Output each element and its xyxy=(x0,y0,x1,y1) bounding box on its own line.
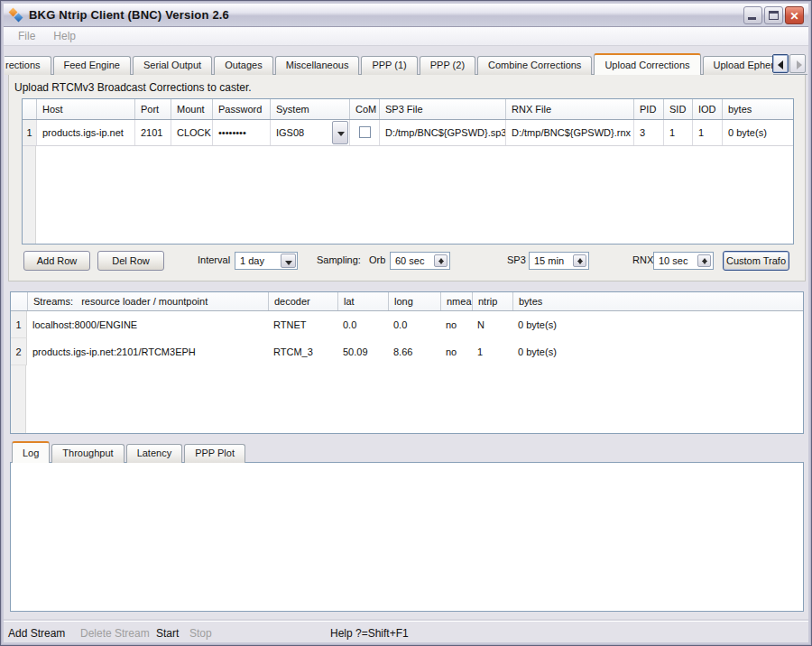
app-icon xyxy=(8,8,23,23)
long-cell[interactable]: 8.66 xyxy=(388,338,440,365)
interval-value: 1 day xyxy=(240,255,264,266)
rnx-spin-buttons[interactable] xyxy=(697,254,711,267)
rnx-file-cell[interactable]: D:/tmp/BNC${GPSWD}.rnx xyxy=(505,120,633,145)
add-row-button[interactable]: Add Row xyxy=(23,251,90,271)
rnx-spinbox[interactable]: 10 sec xyxy=(653,252,714,270)
minimize-icon xyxy=(748,17,756,20)
del-row-button[interactable]: Del Row xyxy=(97,251,164,271)
help-shortcut-label: Help ?=Shift+F1 xyxy=(330,627,409,640)
upload-table[interactable]: Host Port Mount Password System CoM SP3 … xyxy=(22,98,794,245)
menu-help[interactable]: Help xyxy=(44,28,85,44)
nmea-cell[interactable]: no xyxy=(440,338,472,365)
col-sid: SID xyxy=(663,99,692,119)
title-bar[interactable]: BKG Ntrip Client (BNC) Version 2.6 ✕ xyxy=(4,4,808,27)
stop-action[interactable]: Stop xyxy=(189,627,212,640)
sid-cell[interactable]: 1 xyxy=(663,120,692,145)
stream-row-1[interactable]: 1 localhost:8000/ENGINE RTNET 0.0 0.0 no… xyxy=(11,311,803,338)
delete-stream-action[interactable]: Delete Stream xyxy=(80,627,150,640)
col-rnx-file: RNX File xyxy=(505,99,633,119)
port-cell[interactable]: 2101 xyxy=(134,120,171,145)
long-cell[interactable]: 0.0 xyxy=(388,311,440,338)
tab-upload-corrections[interactable]: Upload Corrections xyxy=(594,53,700,75)
tab-ppp-plot[interactable]: PPP Plot xyxy=(184,444,245,463)
sampling-label: Sampling: xyxy=(317,254,361,265)
menu-file[interactable]: File xyxy=(9,28,44,44)
interval-dropdown-button[interactable] xyxy=(281,254,296,268)
orb-spinbox[interactable]: 60 sec xyxy=(390,252,450,270)
ntrip-cell[interactable]: 1 xyxy=(472,338,512,365)
close-icon: ✕ xyxy=(786,8,803,24)
sp3-value: 15 min xyxy=(534,255,564,266)
mountpoint-cell[interactable]: products.igs-ip.net:2101/RTCM3EPH xyxy=(27,338,268,365)
decoder-cell[interactable]: RTNET xyxy=(268,311,337,338)
upload-table-header: Host Port Mount Password System CoM SP3 … xyxy=(23,99,793,120)
host-cell[interactable]: products.igs-ip.net xyxy=(36,120,134,145)
tab-combine-corrections[interactable]: Combine Corrections xyxy=(477,56,592,75)
col-bytes: bytes xyxy=(512,292,803,310)
spin-down-icon xyxy=(438,261,444,264)
tab-throughput[interactable]: Throughput xyxy=(51,444,124,463)
tab-broadcast-corrections[interactable]: rections xyxy=(5,56,51,75)
upload-corrections-page: Upload RTCMv3 Broadcast Corrections to c… xyxy=(8,75,806,281)
mount-cell[interactable]: CLOCK xyxy=(171,120,212,145)
start-action[interactable]: Start xyxy=(156,627,179,640)
tab-log[interactable]: Log xyxy=(12,441,50,463)
menu-bar: File Help xyxy=(4,27,808,46)
col-iod: IOD xyxy=(692,99,722,119)
scroll-left-icon xyxy=(778,60,783,69)
col-bytes: bytes xyxy=(722,99,793,119)
ntrip-cell[interactable]: N xyxy=(472,311,512,338)
tab-feed-engine[interactable]: Feed Engine xyxy=(53,56,131,75)
upload-caption: Upload RTCMv3 Broadcast Corrections to c… xyxy=(14,81,252,94)
tab-scroll-right-button[interactable] xyxy=(789,54,806,73)
bytes-cell: 0 byte(s) xyxy=(722,120,793,145)
rnx-value: 10 sec xyxy=(659,255,687,266)
lat-cell[interactable]: 0.0 xyxy=(337,311,388,338)
spin-down-icon xyxy=(577,261,583,264)
status-bar: Add Stream Delete Stream Start Stop Help… xyxy=(4,621,808,642)
lat-cell[interactable]: 50.09 xyxy=(337,338,388,365)
tab-outages[interactable]: Outages xyxy=(214,56,273,75)
password-cell[interactable]: •••••••• xyxy=(212,120,270,145)
tab-ppp-1[interactable]: PPP (1) xyxy=(361,56,417,75)
tab-serial-output[interactable]: Serial Output xyxy=(133,56,212,75)
close-button[interactable]: ✕ xyxy=(785,6,804,24)
iod-cell[interactable]: 1 xyxy=(692,120,722,145)
col-mountpoint: Streams: resource loader / mountpoint xyxy=(27,292,268,310)
minimize-button[interactable] xyxy=(743,6,762,24)
decoder-cell[interactable]: RTCM_3 xyxy=(268,338,337,365)
interval-combobox[interactable]: 1 day xyxy=(235,252,298,270)
stream-row-2[interactable]: 2 products.igs-ip.net:2101/RTCM3EPH RTCM… xyxy=(11,338,803,365)
orb-spin-buttons[interactable] xyxy=(434,254,448,267)
system-value: IGS08 xyxy=(276,127,304,138)
tab-upload-ephemeris[interactable]: Upload Ephemeris xyxy=(703,56,773,75)
sp3-spinbox[interactable]: 15 min xyxy=(529,252,589,270)
col-ntrip: ntrip xyxy=(472,292,512,310)
add-stream-action[interactable]: Add Stream xyxy=(8,627,65,640)
log-panel[interactable] xyxy=(10,462,804,612)
mountpoint-cell[interactable]: localhost:8000/ENGINE xyxy=(27,311,268,338)
col-rownum xyxy=(11,292,27,310)
system-combo[interactable]: IGS08 xyxy=(270,120,349,145)
orb-label: Orb xyxy=(369,254,385,265)
com-checkbox[interactable] xyxy=(359,126,371,138)
col-system: System xyxy=(270,99,349,119)
pid-cell[interactable]: 3 xyxy=(633,120,663,145)
col-nmea: nmea xyxy=(440,292,472,310)
col-mount: Mount xyxy=(171,99,212,119)
tab-miscellaneous[interactable]: Miscellaneous xyxy=(275,56,360,75)
sp3-spin-buttons[interactable] xyxy=(573,254,586,267)
upload-table-row[interactable]: 1 products.igs-ip.net 2101 CLOCK •••••••… xyxy=(23,120,793,146)
system-dropdown-button[interactable] xyxy=(332,121,348,144)
sp3-file-cell[interactable]: D:/tmp/BNC${GPSWD}.sp3 xyxy=(379,120,505,145)
tab-latency[interactable]: Latency xyxy=(126,444,183,463)
nmea-cell[interactable]: no xyxy=(440,311,472,338)
maximize-button[interactable] xyxy=(764,6,783,24)
custom-trafo-button[interactable]: Custom Trafo xyxy=(723,251,789,271)
col-password: Password xyxy=(212,99,270,119)
col-rownum xyxy=(23,99,36,119)
streams-table[interactable]: Streams: resource loader / mountpoint de… xyxy=(10,291,804,434)
interval-label: Interval xyxy=(198,254,230,265)
tab-ppp-2[interactable]: PPP (2) xyxy=(420,56,475,75)
tab-scroll-left-button[interactable] xyxy=(772,54,789,73)
